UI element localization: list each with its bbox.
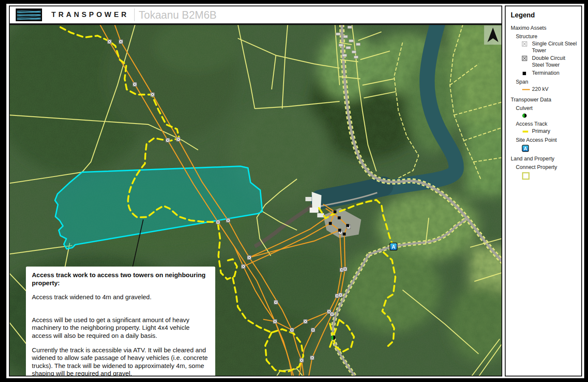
legend-item-termination: Termination — [522, 70, 578, 77]
legend-section-culvert: Culvert — [516, 105, 578, 118]
svg-text:A: A — [392, 244, 396, 250]
header-divider — [134, 8, 135, 21]
legend-group-transpower-data: Transpower Data Culvert Access Track Pri… — [511, 97, 578, 152]
single-circuit-steel-tower-icon — [522, 41, 532, 47]
annotation-title: Access track work to access two towers o… — [32, 271, 209, 287]
legend-section-structure: Structure Single Circuit Steel Tower Dou… — [516, 34, 578, 76]
legend-group-land-and-property: Land and Property Connect Property — [511, 156, 578, 180]
access-track-primary-icon — [522, 129, 532, 133]
legend-title: Legend — [511, 11, 578, 19]
header-bar: TRANSPOWER Tokaanu B2M6B — [9, 6, 502, 24]
brand-name: TRANSPOWER — [51, 11, 129, 19]
double-circuit-steel-tower-icon — [522, 55, 532, 61]
site-access-point-marker: A — [390, 243, 397, 250]
map-sheet-page: TRANSPOWER Tokaanu B2M6B — [6, 3, 585, 379]
termination-icon — [522, 71, 532, 76]
legend-section-span: Span 220 kV — [516, 79, 578, 93]
legend-item-site-access-point: A — [522, 144, 578, 152]
legend-section-access-track: Access Track Primary — [516, 121, 578, 135]
legend-panel: Legend Maximo Assets Structure Single Ci… — [505, 6, 582, 376]
annotation-paragraph: Access track widened to 4m and graveled. — [32, 293, 209, 301]
annotation-callout: Access track work to access two towers o… — [26, 267, 215, 376]
map-container: A Access track work to access two towers… — [9, 24, 502, 376]
legend-item-single-circuit-tower: Single Circuit Steel Tower — [522, 41, 578, 54]
legend-item-double-circuit-tower: Double Circuit Steel Tower — [522, 55, 578, 68]
legend-section-connect-property: Connect Property — [516, 164, 578, 180]
culvert-marker — [331, 335, 335, 340]
north-arrow-icon — [484, 25, 501, 45]
legend-section-site-access-point: Site Access Point A — [516, 137, 578, 152]
page-title: Tokaanu B2M6B — [139, 9, 217, 21]
span-220kv-line-icon — [522, 87, 532, 91]
svg-text:A: A — [524, 146, 527, 151]
annotation-paragraph: Access will be used to get a significant… — [32, 316, 209, 340]
culvert-icon — [522, 112, 532, 118]
annotation-paragraph: Currently the track is accessible via AT… — [32, 346, 209, 376]
site-access-point-icon: A — [522, 144, 532, 152]
transpower-logo-icon — [16, 8, 42, 21]
connect-property-icon — [522, 171, 532, 180]
legend-group-maximo-assets: Maximo Assets Structure Single Circuit S… — [511, 25, 578, 93]
legend-item-access-track-primary: Primary — [522, 128, 578, 135]
legend-item-220kv: 220 kV — [522, 86, 578, 93]
legend-item-connect-property — [522, 171, 578, 180]
legend-item-culvert — [522, 112, 578, 118]
